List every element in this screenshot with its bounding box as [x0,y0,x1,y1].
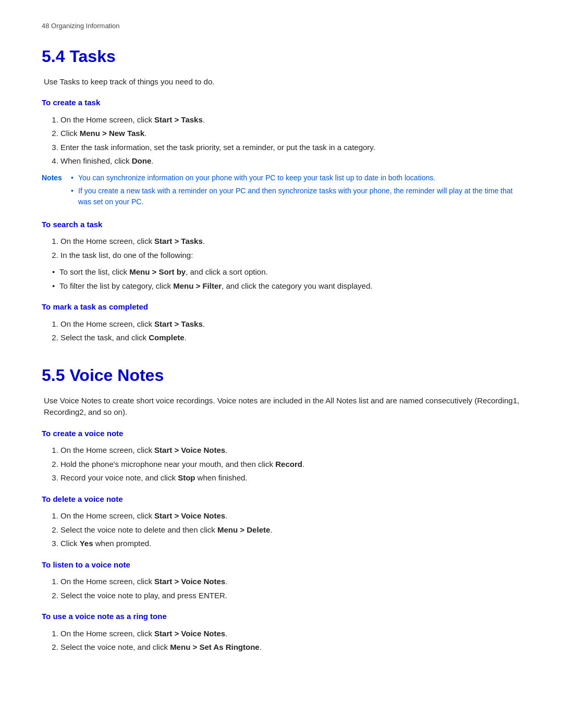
search-subbullet-1: To sort the list, click Menu > Sort by, … [52,266,521,278]
subsection-delete-voice-note: To delete a voice note On the Home scree… [42,493,521,550]
dvn-step-2: Select the voice note to delete and then… [60,524,521,536]
notes-content: You can synchronize information on your … [71,172,521,209]
page-header: 48 Organizing Information [42,21,521,31]
dvn-step-1: On the Home screen, click Start > Voice … [60,510,521,522]
note-item-1: You can synchronize information on your … [71,172,521,183]
search-subbullet-2: To filter the list by category, click Me… [52,280,521,292]
subsection-mark-task: To mark a task as completed On the Home … [42,301,521,344]
search-subbullets: To sort the list, click Menu > Sort by, … [52,266,521,292]
notes-label: Notes [42,172,69,183]
search-step-2: In the task list, do one of the followin… [60,250,521,262]
delete-voice-note-steps: On the Home screen, click Start > Voice … [60,510,521,550]
dvn-step-3: Click Yes when prompted. [60,538,521,550]
cvn-step-1: On the Home screen, click Start > Voice … [60,445,521,456]
header-text: 48 Organizing Information [42,22,120,30]
listen-voice-note-steps: On the Home screen, click Start > Voice … [60,576,521,601]
notes-list: You can synchronize information on your … [71,172,521,207]
section-54-intro: Use Tasks to keep track of things you ne… [44,76,521,88]
subsection-search-task-title: To search a task [42,219,521,231]
note-item-2: If you create a new task with a reminder… [71,186,521,207]
step-2: Click Menu > New Task. [60,128,521,140]
subsection-create-task-title: To create a task [42,97,521,109]
mark-step-2: Select the task, and click Complete. [60,332,521,344]
subsection-use-voice-note-ringtone: To use a voice note as a ring tone On th… [42,611,521,653]
uvnr-step-1: On the Home screen, click Start > Voice … [60,628,521,640]
subsection-delete-voice-note-title: To delete a voice note [42,493,521,505]
section-55-intro: Use Voice Notes to create short voice re… [44,395,521,418]
subsection-mark-task-title: To mark a task as completed [42,301,521,313]
subsection-create-voice-note-title: To create a voice note [42,428,521,440]
section-55: 5.5 Voice Notes Use Voice Notes to creat… [42,363,521,653]
subsection-create-voice-note: To create a voice note On the Home scree… [42,428,521,484]
create-task-steps: On the Home screen, click Start > Tasks.… [60,114,521,167]
uvnr-step-2: Select the voice note, and click Menu > … [60,641,521,653]
step-4: When finished, click Done. [60,155,521,167]
subsection-use-voice-note-ringtone-title: To use a voice note as a ring tone [42,611,521,623]
section-54: 5.4 Tasks Use Tasks to keep track of thi… [42,44,521,344]
mark-step-1: On the Home screen, click Start > Tasks. [60,318,521,330]
subsection-create-task: To create a task On the Home screen, cli… [42,97,521,209]
search-task-steps: On the Home screen, click Start > Tasks.… [60,236,521,261]
use-voice-note-ringtone-steps: On the Home screen, click Start > Voice … [60,628,521,653]
step-3: Enter the task information, set the task… [60,142,521,154]
lvn-step-1: On the Home screen, click Start > Voice … [60,576,521,588]
mark-task-steps: On the Home screen, click Start > Tasks.… [60,318,521,344]
subsection-search-task: To search a task On the Home screen, cli… [42,219,521,292]
step-1: On the Home screen, click Start > Tasks. [60,114,521,126]
lvn-step-2: Select the voice note to play, and press… [60,590,521,602]
section-54-title: 5.4 Tasks [42,44,521,69]
notes-block: Notes You can synchronize information on… [42,172,521,209]
cvn-step-2: Hold the phone's microphone near your mo… [60,459,521,471]
section-55-title: 5.5 Voice Notes [42,363,521,388]
subsection-listen-voice-note: To listen to a voice note On the Home sc… [42,559,521,602]
search-step-1: On the Home screen, click Start > Tasks. [60,236,521,248]
create-voice-note-steps: On the Home screen, click Start > Voice … [60,445,521,484]
cvn-step-3: Record your voice note, and click Stop w… [60,472,521,484]
subsection-listen-voice-note-title: To listen to a voice note [42,559,521,571]
